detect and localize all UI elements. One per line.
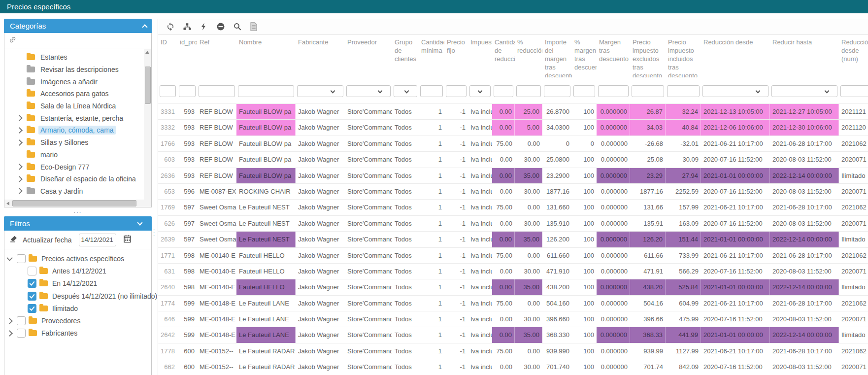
chevron-down-icon[interactable] <box>6 255 13 261</box>
category-item[interactable]: Diseñar el espacio de la oficina <box>4 173 143 185</box>
checkbox[interactable] <box>28 304 36 313</box>
category-tree-horizontal-scrollbar[interactable] <box>4 200 151 207</box>
category-item[interactable]: Sillas y Sillones <box>4 136 143 149</box>
table-row[interactable]: 646599ME-00148-ELe Fauteuil LANEJakob Wa… <box>158 311 868 327</box>
filter-input[interactable] <box>544 85 570 97</box>
category-item[interactable]: Revisar las descripciones <box>4 64 143 76</box>
table-row[interactable]: 1766593REF BLOWFauteuil BLOW paJakob Wag… <box>158 136 868 151</box>
column-header[interactable]: Reducción desde <box>701 38 770 77</box>
filter-input[interactable] <box>238 85 294 97</box>
column-header[interactable]: Margen tras descuento <box>597 38 630 77</box>
table-row[interactable]: 2639597Sweet OsmaLe Fauteuil NESTJakob W… <box>158 231 868 247</box>
table-row[interactable]: 1774599ME-00148-ELe Fauteuil LANEJakob W… <box>158 295 868 311</box>
chevron-up-icon[interactable] <box>142 24 147 30</box>
checkbox[interactable] <box>17 316 26 325</box>
filter-input[interactable] <box>516 85 541 97</box>
calendar-icon[interactable] <box>123 235 132 245</box>
filter-item[interactable]: Proveedores <box>4 314 151 327</box>
checkbox[interactable] <box>28 279 36 288</box>
filter-item[interactable]: Precios activos específicos <box>4 252 151 265</box>
filter-input[interactable] <box>840 85 868 97</box>
date-input[interactable] <box>79 234 116 246</box>
column-header[interactable]: Cantidad de reducción <box>492 38 515 77</box>
block-icon[interactable] <box>216 22 225 31</box>
chevron-right-icon[interactable] <box>16 127 23 134</box>
category-item[interactable]: Armario, cómoda, cama <box>4 124 143 136</box>
column-header[interactable]: Proveedor <box>345 38 392 77</box>
chevron-right-icon[interactable] <box>16 188 23 195</box>
filter-input[interactable] <box>199 85 235 97</box>
filter-item[interactable]: Después 14/12/2021 (no ilimitado) <box>4 290 151 302</box>
filter-item[interactable]: Ilimitado <box>4 302 151 314</box>
sidebar-splitter-handle[interactable]: ... <box>153 227 155 236</box>
table-row[interactable]: 662600ME-00152--Le Fauteuil RADARJakob W… <box>158 359 868 375</box>
column-header[interactable]: Fabricante <box>296 38 345 77</box>
filter-input[interactable] <box>598 85 629 97</box>
column-header[interactable]: % margen tras descuento <box>572 38 597 77</box>
document-icon[interactable] <box>250 22 258 31</box>
category-item[interactable]: mario <box>4 149 143 161</box>
categories-panel-header[interactable]: Categorías <box>4 19 152 33</box>
search-icon[interactable] <box>233 22 242 31</box>
column-header[interactable]: Importe del margen tras descuento <box>542 38 572 77</box>
category-item[interactable]: Eco-Design 777 <box>4 161 143 173</box>
table-row[interactable]: 1771598ME-00140-EFauteuil HELLOJakob Wag… <box>158 247 868 263</box>
column-header[interactable]: Precio fijo <box>444 38 468 77</box>
column-header[interactable]: Grupo de clientes <box>392 38 419 77</box>
chevron-right-icon[interactable] <box>6 318 13 324</box>
category-item[interactable]: Imágenes a añadir <box>4 75 143 88</box>
filter-select[interactable] <box>771 85 837 97</box>
filter-input[interactable] <box>179 85 196 97</box>
column-header[interactable]: Reducir hasta <box>770 38 839 77</box>
filter-select[interactable] <box>702 85 768 97</box>
table-row[interactable]: 2640598ME-00140-EFauteuil HELLOJakob Wag… <box>158 279 868 295</box>
table-row[interactable]: 1778600ME-00152--Le Fauteuil RADARJakob … <box>158 343 868 359</box>
link-icon[interactable] <box>7 34 19 46</box>
filter-input[interactable] <box>420 85 443 97</box>
checkbox[interactable] <box>17 329 26 338</box>
refresh-icon[interactable] <box>166 22 175 31</box>
filter-item[interactable]: Fabricantes <box>4 327 151 340</box>
chevron-right-icon[interactable] <box>16 164 23 170</box>
column-header[interactable]: Cantidad mínima <box>419 38 444 77</box>
scroll-up-icon[interactable] <box>145 51 149 54</box>
horizontal-scroll-thumb[interactable] <box>12 200 136 206</box>
column-header[interactable]: Impuesto <box>468 38 492 77</box>
column-header[interactable]: Nombre <box>236 38 296 77</box>
category-item[interactable]: Estantes <box>4 51 143 64</box>
filter-input[interactable] <box>632 85 664 97</box>
table-row[interactable]: 2642599ME-00148-ELe Fauteuil LANEJakob W… <box>158 327 868 342</box>
chevron-right-icon[interactable] <box>16 139 23 146</box>
table-row[interactable]: 3331593REF BLOWFauteuil BLOW paJakob Wag… <box>158 103 868 119</box>
lightning-icon[interactable] <box>200 22 208 31</box>
checkbox[interactable] <box>28 292 36 301</box>
vertical-scroll-thumb[interactable] <box>145 67 151 104</box>
filters-panel-header[interactable]: Filtros <box>4 216 152 231</box>
filter-input[interactable] <box>494 85 513 97</box>
column-header[interactable]: Ref <box>197 38 236 77</box>
table-row[interactable]: 653596ME-0087-EXROCKING CHAIRJakob Wagne… <box>158 183 868 199</box>
filter-select[interactable] <box>469 85 491 97</box>
filter-input[interactable] <box>573 85 595 97</box>
category-item[interactable]: Estantería, estante, percha <box>4 112 143 124</box>
filter-input[interactable] <box>446 85 467 97</box>
column-header[interactable]: Precio impuesto incluidos tras descuento <box>666 38 701 77</box>
chevron-down-icon[interactable] <box>137 220 142 225</box>
table-row[interactable]: 626597Sweet OsmaLe Fauteuil NESTJakob Wa… <box>158 215 868 231</box>
column-header[interactable]: Precio impuesto excluidos tras descuento <box>630 38 666 77</box>
filter-select[interactable] <box>394 85 417 97</box>
category-item[interactable]: Casa y Jardín <box>4 185 143 198</box>
filter-item[interactable]: En 14/12/2021 <box>4 277 151 290</box>
panel-resize-handle[interactable]: ... <box>4 207 152 216</box>
eraser-icon[interactable] <box>9 235 18 245</box>
checkbox[interactable] <box>17 254 26 263</box>
chevron-right-icon[interactable] <box>16 115 23 121</box>
filter-item[interactable]: Antes 14/12/2021 <box>4 265 151 277</box>
table-row[interactable]: 603593REF BLOWFauteuil BLOW paJakob Wagn… <box>158 151 868 167</box>
column-header[interactable]: % reducción <box>515 38 542 77</box>
chevron-right-icon[interactable] <box>16 176 23 182</box>
sitemap-icon[interactable] <box>183 22 192 31</box>
column-header[interactable]: id_product <box>177 38 197 77</box>
table-row[interactable]: 2636593REF BLOWFauteuil BLOW paJakob Wag… <box>158 168 868 183</box>
filter-input[interactable] <box>667 85 700 97</box>
